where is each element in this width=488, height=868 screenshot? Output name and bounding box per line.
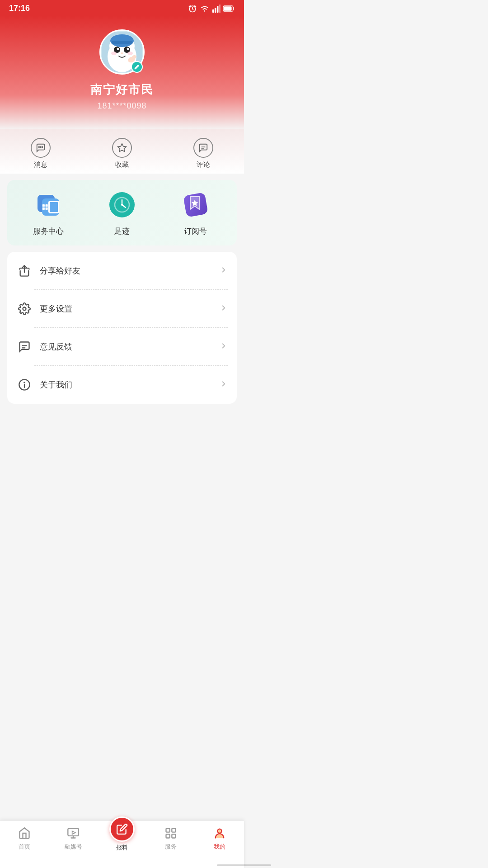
settings-icon-wrapper bbox=[16, 301, 33, 317]
svg-point-33 bbox=[23, 307, 26, 311]
svg-point-18 bbox=[121, 52, 123, 54]
signal-icon bbox=[212, 5, 221, 13]
status-time: 17:16 bbox=[9, 4, 30, 13]
alarm-icon bbox=[188, 4, 197, 13]
quick-action-comments[interactable]: 评论 bbox=[163, 138, 244, 169]
comment-icon bbox=[198, 143, 208, 153]
phone: 181****0098 bbox=[97, 101, 146, 111]
info-icon bbox=[18, 378, 31, 391]
feedback-icon bbox=[18, 340, 31, 353]
subscription-icon-wrapper bbox=[180, 189, 211, 221]
svg-point-17 bbox=[127, 52, 133, 55]
messages-icon bbox=[36, 143, 46, 153]
svg-rect-24 bbox=[42, 204, 45, 207]
about-arrow bbox=[220, 380, 228, 390]
username: 南宁好市民 bbox=[90, 82, 154, 98]
footprint-label: 足迹 bbox=[114, 226, 130, 236]
messages-icon-wrapper bbox=[31, 138, 51, 158]
service-center-icon-wrapper bbox=[33, 189, 64, 221]
chevron-right-icon-3 bbox=[220, 342, 228, 350]
chevron-right-icon-4 bbox=[220, 380, 228, 388]
svg-rect-3 bbox=[217, 6, 219, 12]
messages-label: 消息 bbox=[34, 160, 47, 169]
menu-list: 分享给好友 更多设置 bbox=[7, 252, 237, 404]
clock-icon bbox=[113, 196, 131, 214]
quick-action-messages[interactable]: 消息 bbox=[0, 138, 81, 169]
menu-item-feedback[interactable]: 意见反馈 bbox=[7, 328, 237, 366]
service-icon bbox=[34, 190, 63, 219]
edit-icon bbox=[134, 64, 140, 70]
feedback-icon-wrapper bbox=[16, 339, 33, 355]
svg-rect-1 bbox=[212, 9, 214, 12]
svg-rect-26 bbox=[42, 208, 45, 210]
subscribe-icon bbox=[181, 190, 210, 219]
menu-item-about[interactable]: 关于我们 bbox=[7, 366, 237, 404]
svg-point-15 bbox=[127, 48, 129, 50]
favorites-label: 收藏 bbox=[115, 160, 129, 169]
avatar-wrapper[interactable] bbox=[99, 29, 145, 75]
comments-icon-wrapper bbox=[193, 138, 213, 158]
card-subscription[interactable]: 订阅号 bbox=[159, 189, 232, 236]
svg-rect-27 bbox=[46, 208, 48, 210]
svg-point-21 bbox=[38, 146, 39, 147]
feedback-label: 意见反馈 bbox=[40, 341, 220, 352]
share-label: 分享给好友 bbox=[40, 265, 220, 276]
edit-badge[interactable] bbox=[131, 61, 143, 73]
share-icon-wrapper bbox=[16, 263, 33, 279]
footprint-icon-wrapper bbox=[106, 189, 138, 221]
subscription-label: 订阅号 bbox=[184, 226, 207, 236]
svg-point-22 bbox=[40, 146, 41, 147]
card-service-center[interactable]: 服务中心 bbox=[12, 189, 85, 236]
menu-item-share[interactable]: 分享给好友 bbox=[7, 252, 237, 290]
svg-point-16 bbox=[111, 52, 117, 55]
about-label: 关于我们 bbox=[40, 379, 220, 390]
svg-point-23 bbox=[42, 146, 43, 147]
about-icon-wrapper bbox=[16, 377, 33, 393]
svg-rect-2 bbox=[215, 8, 216, 13]
status-icons bbox=[188, 4, 235, 13]
menu-item-settings[interactable]: 更多设置 bbox=[7, 290, 237, 328]
service-center-label: 服务中心 bbox=[33, 226, 64, 236]
wifi-icon bbox=[200, 5, 210, 13]
quick-action-favorites[interactable]: 收藏 bbox=[81, 138, 163, 169]
favorites-icon-wrapper bbox=[112, 138, 132, 158]
bookmark-star-icon bbox=[187, 195, 203, 211]
chevron-right-icon-2 bbox=[220, 304, 228, 312]
star-icon bbox=[117, 143, 127, 153]
quick-actions: 消息 收藏 评论 bbox=[0, 129, 244, 174]
profile-section: 南宁好市民 181****0098 bbox=[0, 16, 244, 129]
settings-arrow bbox=[220, 304, 228, 314]
svg-rect-25 bbox=[46, 204, 48, 207]
comments-label: 评论 bbox=[197, 160, 210, 169]
battery-icon bbox=[223, 5, 235, 12]
status-bar: 17:16 bbox=[0, 0, 244, 16]
card-footprint[interactable]: 足迹 bbox=[85, 189, 159, 236]
card-section: 服务中心 足迹 bbox=[7, 180, 237, 245]
main-content: 南宁好市民 181****0098 消息 收藏 bbox=[0, 16, 244, 451]
chevron-right-icon bbox=[220, 266, 228, 274]
share-icon bbox=[18, 264, 31, 277]
settings-icon bbox=[18, 302, 31, 315]
feedback-arrow bbox=[220, 342, 228, 352]
svg-rect-4 bbox=[219, 5, 221, 13]
svg-point-14 bbox=[117, 48, 119, 50]
grid-icon bbox=[42, 203, 48, 211]
svg-point-31 bbox=[121, 204, 123, 206]
svg-rect-11 bbox=[112, 41, 132, 44]
settings-label: 更多设置 bbox=[40, 303, 220, 314]
svg-rect-6 bbox=[224, 6, 231, 11]
share-arrow bbox=[220, 266, 228, 276]
footprint-icon bbox=[108, 190, 136, 219]
